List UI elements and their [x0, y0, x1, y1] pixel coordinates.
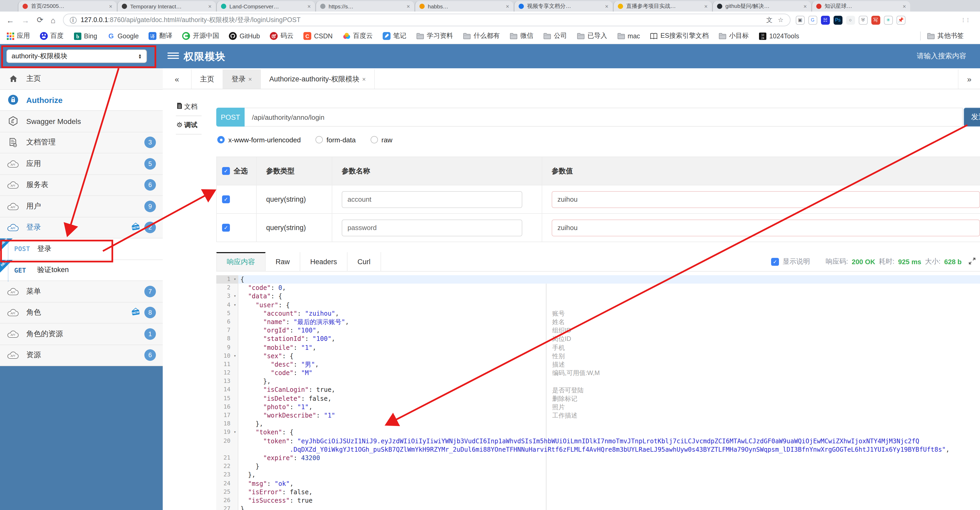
response-tab-响应内容[interactable]: 响应内容: [216, 252, 266, 271]
bookmark-item[interactable]: 已导入: [577, 32, 607, 40]
browser-tab[interactable]: Temporary Interact…×: [117, 1, 216, 11]
radio-checked-icon[interactable]: [217, 136, 225, 143]
tab-close-icon[interactable]: ×: [307, 3, 311, 10]
screenshot-icon[interactable]: ▣: [795, 16, 804, 24]
bookmark-item[interactable]: 百度: [40, 32, 64, 40]
sidebar-item-角色的资源[interactable]: API角色的资源1: [0, 324, 163, 345]
tab-close-icon[interactable]: ×: [803, 3, 807, 10]
send-button[interactable]: 发送: [964, 108, 980, 127]
fold-toggle-icon[interactable]: ▾: [232, 352, 238, 360]
back-icon[interactable]: ←: [6, 16, 14, 24]
content-type-option[interactable]: x-www-form-urlencoded: [217, 136, 301, 143]
bookmark-star-icon[interactable]: ☆: [778, 16, 784, 24]
sidebar-item-authorize[interactable]: Authorize: [0, 89, 163, 111]
browser-tab[interactable]: habbs…×: [415, 1, 513, 11]
tab-close-icon[interactable]: ×: [704, 3, 708, 10]
request-path-input[interactable]: /api/authority/anno/login: [245, 108, 963, 127]
url-bar[interactable]: i 127.0.0.1 :8760/api/gate/doc.html#/aut…: [63, 14, 790, 26]
bookmark-item[interactable]: 10241024Tools: [759, 32, 799, 40]
module-select[interactable]: authority-权限模块 ▲▼: [6, 49, 147, 63]
sidebar-endpoint-post[interactable]: NEWPOST登录: [0, 239, 163, 260]
google-icon[interactable]: G: [808, 16, 817, 24]
apps-grid-icon[interactable]: ⋮⋮: [961, 16, 970, 24]
param-name-input[interactable]: [342, 191, 522, 208]
browser-tab[interactable]: 知识星球…×: [811, 1, 910, 11]
forward-icon[interactable]: →: [22, 16, 29, 24]
sidebar-item-资源[interactable]: API资源6: [0, 345, 163, 366]
expand-tabs-icon[interactable]: »: [958, 69, 980, 89]
param-value-input[interactable]: [552, 219, 980, 236]
page-info-icon[interactable]: i: [70, 16, 76, 23]
browser-tab[interactable]: github疑问/解决…×: [712, 1, 811, 11]
home-icon[interactable]: ⌂: [51, 16, 56, 24]
bookmark-item[interactable]: CCSDN: [304, 32, 333, 40]
baidu-paw-icon[interactable]: ☵: [821, 16, 830, 24]
tab-debug[interactable]: 调试: [176, 116, 202, 134]
fullscreen-icon[interactable]: [969, 257, 976, 266]
content-type-option[interactable]: raw: [370, 136, 392, 143]
response-tab-curl[interactable]: Curl: [347, 252, 381, 271]
other-bookmarks[interactable]: 其他书签: [920, 32, 964, 40]
sidebar-item-主页[interactable]: 主页: [0, 68, 163, 89]
fold-toggle-icon[interactable]: ▾: [232, 301, 238, 309]
response-tab-headers[interactable]: Headers: [300, 252, 347, 271]
sidebar-item-角色[interactable]: API角色NEW8: [0, 302, 163, 324]
sidebar-item-swagger-models[interactable]: Swagger Models: [0, 111, 163, 132]
translate-icon[interactable]: 文: [766, 16, 773, 24]
bookmark-item[interactable]: 公司: [543, 32, 567, 40]
bookmark-item[interactable]: 应用: [6, 32, 30, 40]
tab-close-icon[interactable]: ×: [407, 3, 410, 10]
tab-close-icon[interactable]: ×: [902, 3, 906, 10]
content-type-option[interactable]: form-data: [315, 136, 356, 143]
param-value-input[interactable]: [552, 191, 980, 208]
red-pin-icon[interactable]: 📌: [896, 16, 905, 24]
sidebar-item-菜单[interactable]: API菜单7: [0, 281, 163, 302]
sidebar-item-用户[interactable]: API用户9: [0, 196, 163, 217]
bookmark-item[interactable]: 什么都有: [463, 32, 500, 40]
bookmark-item[interactable]: 码云: [270, 32, 294, 40]
bookmark-item[interactable]: 学习资料: [416, 32, 453, 40]
tab-close-icon[interactable]: ×: [208, 3, 212, 10]
bookmark-item[interactable]: bBing: [73, 32, 97, 40]
sidebar-item-服务表[interactable]: API服务表6: [0, 175, 163, 196]
tab-close-icon[interactable]: ×: [109, 3, 112, 10]
tab-doc[interactable]: 文档: [176, 98, 202, 116]
bookmark-item[interactable]: mac: [617, 32, 640, 40]
tab-close-icon[interactable]: ×: [605, 3, 608, 10]
browser-tab[interactable]: 直播参考项目实战…×: [613, 1, 712, 11]
content-tab[interactable]: 登录×: [223, 69, 261, 89]
sidebar-item-应用[interactable]: API应用5: [0, 153, 163, 175]
fold-toggle-icon[interactable]: ▾: [232, 275, 238, 284]
bookmark-item[interactable]: ES搜索引擎文档: [650, 32, 709, 40]
menu-hamburger-icon[interactable]: [167, 51, 179, 60]
circle-icon[interactable]: ○: [846, 16, 855, 24]
bookmark-item[interactable]: GGoogle: [107, 32, 139, 40]
browser-tab[interactable]: https://s…×: [315, 1, 414, 11]
header-search-input[interactable]: 请输入搜索内容: [917, 51, 966, 61]
tab-close-icon[interactable]: ×: [506, 3, 509, 10]
bookmark-item[interactable]: 笔记: [383, 32, 406, 40]
param-name-input[interactable]: [342, 219, 522, 236]
teal-asterisk-icon[interactable]: ✳: [884, 16, 892, 24]
reload-icon[interactable]: ⟳: [37, 15, 43, 25]
content-tab[interactable]: 主页: [191, 69, 223, 89]
browser-tab[interactable]: Land-Compserver…×: [216, 1, 315, 11]
bookmark-item[interactable]: 微信: [510, 32, 533, 40]
content-tab[interactable]: Authorize-authority-权限模块×: [261, 69, 375, 89]
tab-close-icon[interactable]: ×: [248, 75, 252, 83]
browser-tab[interactable]: 视频专享文档分…×: [514, 1, 612, 11]
checkbox-checked-icon[interactable]: ✓: [771, 258, 779, 266]
response-tab-raw[interactable]: Raw: [266, 252, 300, 271]
bookmark-item[interactable]: 译翻译: [149, 32, 172, 40]
fold-toggle-icon[interactable]: ▾: [232, 428, 238, 437]
sidebar-item-登录[interactable]: API登录NEW2: [0, 217, 163, 239]
checkbox-checked-icon[interactable]: ✓: [222, 167, 230, 175]
browser-tab[interactable]: 首页/25005…×: [18, 1, 116, 11]
shield-icon[interactable]: ⛨: [859, 16, 867, 24]
fold-toggle-icon[interactable]: ▾: [232, 292, 238, 301]
sidebar-endpoint-get[interactable]: NEWGET验证token: [0, 260, 163, 281]
radio-unchecked-icon[interactable]: [315, 136, 323, 143]
sidebar-item-文档管理[interactable]: 文档管理3: [0, 132, 163, 153]
hanzi-badge-icon[interactable]: 写: [871, 16, 880, 24]
checkbox-checked-icon[interactable]: ✓: [222, 195, 230, 203]
